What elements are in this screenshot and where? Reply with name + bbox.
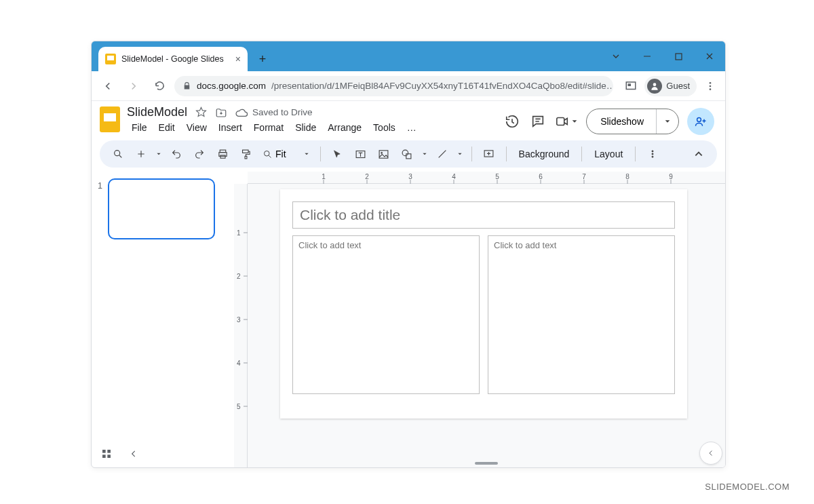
slide-canvas[interactable]: Click to add title Click to add text Cli…	[280, 189, 687, 419]
menu-format[interactable]: Format	[249, 121, 288, 134]
slides-logo-icon[interactable]	[100, 106, 120, 132]
menu-edit[interactable]: Edit	[154, 121, 180, 134]
save-status-button[interactable]: Saved to Drive	[235, 107, 313, 117]
undo-button[interactable]	[166, 144, 187, 164]
textbox-tool-icon[interactable]	[351, 144, 371, 164]
svg-point-19	[265, 151, 270, 156]
browser-tab[interactable]: SlideModel - Google Slides ×	[98, 47, 248, 71]
profile-guest-button[interactable]: Guest	[644, 76, 697, 96]
shape-dropdown[interactable]	[420, 151, 429, 157]
ruler-v-tick-label: 5	[237, 403, 241, 410]
line-tool-icon[interactable]	[432, 144, 452, 164]
menu-more[interactable]: …	[402, 121, 421, 134]
svg-line-26	[438, 151, 446, 158]
svg-rect-32	[107, 450, 111, 453]
line-dropdown[interactable]	[455, 151, 465, 157]
workspace: 1 1 2 3 4 5 6 7 8 9	[92, 172, 725, 467]
comment-tool-icon[interactable]	[479, 144, 499, 164]
nav-forward-button[interactable]	[123, 75, 144, 97]
svg-point-23	[381, 152, 383, 153]
collapse-toolbar-icon[interactable]	[689, 144, 709, 164]
svg-point-28	[652, 151, 653, 152]
address-bar-row: docs.google.com/presentation/d/1MFeiqBl8…	[92, 71, 725, 101]
image-tool-icon[interactable]	[374, 144, 394, 164]
star-button[interactable]	[194, 106, 208, 119]
svg-point-4	[653, 83, 657, 86]
svg-point-30	[652, 156, 653, 157]
nav-back-button[interactable]	[97, 75, 119, 97]
background-button[interactable]: Background	[513, 149, 575, 159]
new-slide-button[interactable]	[131, 144, 151, 164]
minimize-button[interactable]	[632, 41, 663, 71]
comments-icon[interactable]	[529, 113, 547, 130]
svg-rect-33	[102, 454, 106, 458]
slides-favicon-icon	[105, 54, 116, 64]
share-button[interactable]	[687, 108, 714, 135]
slideshow-label: Slideshow	[600, 116, 644, 127]
ruler-v-tick-label: 2	[237, 273, 241, 280]
chrome-menu-button[interactable]	[701, 77, 720, 96]
header-actions: Slideshow	[503, 108, 714, 135]
url-domain: docs.google.com	[197, 81, 266, 91]
new-tab-button[interactable]: +	[253, 50, 272, 69]
guest-label: Guest	[666, 81, 690, 91]
menu-file[interactable]: File	[127, 121, 152, 134]
search-tool-icon[interactable]	[108, 144, 128, 164]
svg-rect-34	[107, 454, 111, 458]
version-history-icon[interactable]	[503, 113, 521, 130]
paint-format-button[interactable]	[235, 144, 256, 164]
menu-view[interactable]: View	[182, 121, 212, 134]
move-button[interactable]	[214, 106, 228, 119]
layout-button[interactable]: Layout	[589, 149, 628, 159]
svg-rect-17	[242, 150, 248, 153]
zoom-label: Fit	[275, 149, 286, 159]
close-button[interactable]	[694, 41, 725, 71]
svg-rect-18	[245, 156, 247, 159]
canvas-area: 1 2 3 4 5 6 7 8 9 1 2 3 4 5 Click to add…	[234, 172, 725, 467]
meet-button[interactable]	[555, 115, 578, 128]
explore-button[interactable]	[699, 442, 722, 465]
svg-rect-3	[628, 83, 632, 86]
slideshow-button[interactable]: Slideshow	[587, 109, 657, 134]
menu-slide[interactable]: Slide	[290, 121, 321, 134]
slide-thumbnail[interactable]	[108, 178, 215, 239]
svg-line-13	[119, 155, 121, 157]
guest-avatar-icon	[647, 79, 662, 94]
nav-reload-button[interactable]	[149, 75, 170, 97]
zoom-dropdown[interactable]: Fit	[258, 149, 313, 159]
url-bar[interactable]: docs.google.com/presentation/d/1MFeiqBl8…	[174, 76, 613, 96]
ruler-v-tick-label: 1	[237, 229, 241, 237]
new-slide-dropdown[interactable]	[154, 151, 163, 157]
dropdown-caret-icon[interactable]	[600, 41, 632, 71]
tab-close-button[interactable]: ×	[235, 54, 241, 64]
ruler-v-tick-label: 3	[237, 316, 241, 324]
shape-tool-icon[interactable]	[397, 144, 417, 164]
canvas-background[interactable]: Click to add title Click to add text Cli…	[248, 184, 725, 467]
vertical-ruler[interactable]: 1 2 3 4 5	[234, 184, 248, 467]
grid-view-icon[interactable]	[100, 447, 113, 461]
save-status-text: Saved to Drive	[252, 107, 313, 117]
text-placeholder-right[interactable]: Click to add text	[488, 235, 675, 394]
slideshow-group: Slideshow	[586, 109, 679, 134]
menu-insert[interactable]: Insert	[214, 121, 247, 134]
document-title[interactable]: SlideModel	[127, 105, 187, 119]
svg-point-24	[402, 150, 408, 156]
horizontal-ruler[interactable]: 1 2 3 4 5 6 7 8 9	[248, 172, 725, 184]
toolbar-more-icon[interactable]	[642, 144, 663, 164]
maximize-button[interactable]	[663, 41, 694, 71]
print-button[interactable]	[212, 144, 233, 164]
filmstrip: 1	[92, 172, 234, 467]
browser-window: SlideModel - Google Slides × +	[91, 41, 726, 468]
select-tool-icon[interactable]	[328, 144, 348, 164]
slideshow-dropdown[interactable]	[657, 109, 678, 134]
speaker-notes-handle[interactable]	[475, 462, 498, 465]
text-placeholder-left[interactable]: Click to add text	[292, 235, 480, 394]
title-placeholder[interactable]: Click to add title	[292, 201, 675, 229]
url-path: /presentation/d/1MFeiqBl84AFv9CuyXX54xny…	[271, 81, 613, 91]
install-app-icon[interactable]	[621, 77, 640, 96]
redo-button[interactable]	[189, 144, 210, 164]
menu-tools[interactable]: Tools	[368, 121, 400, 134]
collapse-filmstrip-icon[interactable]	[127, 447, 140, 461]
menu-arrange[interactable]: Arrange	[323, 121, 366, 134]
svg-rect-22	[379, 150, 388, 157]
